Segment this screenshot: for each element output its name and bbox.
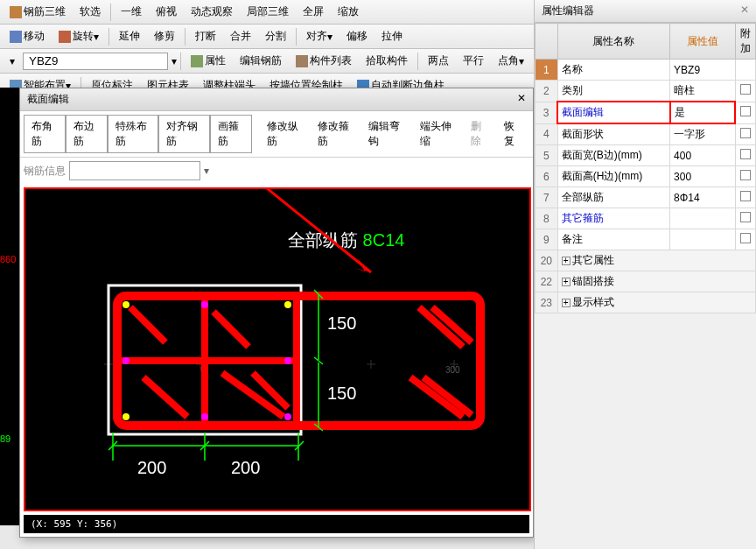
expand-icon[interactable]: +	[562, 299, 570, 307]
tb2-offset[interactable]: 偏移	[340, 26, 374, 46]
prop-value[interactable]: 400	[670, 145, 736, 166]
left-cad-strip: 860 89	[0, 88, 19, 525]
prop-extra-check[interactable]	[735, 123, 755, 145]
tb3-parallel[interactable]: 平行	[457, 51, 490, 71]
svg-line-15	[214, 312, 248, 347]
prop-value[interactable]: 是	[670, 102, 736, 123]
prop-rownum[interactable]: 4	[536, 123, 558, 145]
prop-value[interactable]: YBZ9	[670, 60, 736, 81]
prop-value[interactable]: 8Φ14	[670, 187, 736, 208]
tab-corner[interactable]: 布角筋	[24, 115, 66, 153]
prop-extra-check[interactable]	[735, 229, 755, 250]
tb2-split[interactable]: 分割	[259, 26, 292, 46]
tb3-editrebar[interactable]: 编辑钢筋	[234, 51, 288, 71]
tb2-rotate[interactable]: 旋转 ▾	[52, 26, 105, 46]
close-icon[interactable]: ✕	[517, 92, 526, 107]
prop-name[interactable]: 类别	[557, 81, 669, 102]
tb1-softsel[interactable]: 软选	[74, 2, 107, 22]
prop-rownum[interactable]: 3	[536, 102, 558, 123]
tab-delete[interactable]: 删除	[463, 115, 496, 153]
svg-point-23	[201, 301, 208, 308]
tb2-stretch[interactable]: 拉伸	[375, 26, 409, 46]
expand-icon[interactable]: +	[562, 278, 570, 286]
property-panel: 属性编辑器 ✕ 属性名称 属性值 附加 1 名称 YBZ9 2 类别 暗柱 3 …	[534, 0, 756, 549]
prop-extra-check[interactable]	[735, 102, 755, 123]
prop-rownum[interactable]: 9	[536, 229, 558, 250]
tb2-align[interactable]: 对齐 ▾	[300, 26, 339, 46]
prop-panel-title: 属性编辑器 ✕	[535, 0, 756, 23]
expand-icon[interactable]: +	[562, 257, 570, 265]
dialog-titlebar[interactable]: 截面编辑 ✕	[20, 88, 533, 111]
prop-extra-check[interactable]	[735, 208, 755, 229]
prop-group-num[interactable]: 20	[536, 250, 558, 271]
panel-close-icon[interactable]: ✕	[740, 4, 749, 18]
cad-canvas[interactable]: 0 300	[24, 187, 531, 511]
prop-rownum[interactable]: 5	[536, 145, 558, 166]
tb2-merge[interactable]: 合并	[224, 26, 257, 46]
prop-value[interactable]	[670, 208, 736, 229]
tab-mod-stirrup[interactable]: 修改箍筋	[310, 115, 360, 153]
prop-name[interactable]: 截面高(H边)(mm)	[557, 166, 669, 187]
tb1-rebar3d[interactable]: 钢筋三维	[4, 2, 72, 22]
tab-special[interactable]: 特殊布筋	[108, 115, 158, 153]
prop-group-num[interactable]: 23	[536, 292, 558, 313]
property-table: 属性名称 属性值 附加 1 名称 YBZ9 2 类别 暗柱 3 截面编辑 是 4…	[535, 23, 756, 313]
prop-rownum[interactable]: 6	[536, 166, 558, 187]
tb2-extend[interactable]: 延伸	[113, 26, 146, 46]
tab-restore[interactable]: 恢复	[496, 115, 529, 153]
prop-name[interactable]: 截面编辑	[557, 102, 669, 123]
prop-col-num	[536, 24, 558, 60]
tb1-fullscreen[interactable]: 全屏	[297, 2, 330, 22]
tb3-complist[interactable]: 构件列表	[290, 51, 358, 71]
tb3-twopoint[interactable]: 两点	[422, 51, 455, 71]
tab-end-stretch[interactable]: 端头伸缩	[412, 115, 463, 153]
prop-extra-check[interactable]	[735, 187, 755, 208]
prop-extra-check[interactable]	[735, 81, 755, 102]
prop-name[interactable]: 全部纵筋	[557, 187, 669, 208]
tb2-break[interactable]: 打断	[189, 26, 222, 46]
prop-name[interactable]: 备注	[557, 229, 669, 250]
prop-value[interactable]	[670, 229, 736, 250]
prop-rownum[interactable]: 8	[536, 208, 558, 229]
cad-status-bar: (X: 595 Y: 356)	[24, 515, 529, 533]
tab-edit-hook[interactable]: 编辑弯钩	[360, 115, 411, 153]
tb2-move[interactable]: 移动	[4, 26, 51, 46]
tb1-zoom[interactable]: 缩放	[332, 2, 365, 22]
tab-align[interactable]: 对齐钢筋	[158, 115, 209, 153]
tb3-arrow[interactable]: ▾	[4, 53, 21, 70]
prop-name[interactable]: 截面形状	[557, 123, 669, 145]
tb1-local3d[interactable]: 局部三维	[241, 2, 295, 22]
tb1-topview[interactable]: 俯视	[150, 2, 183, 22]
tab-edge[interactable]: 布边筋	[66, 115, 108, 153]
tb3-pointangle[interactable]: 点角 ▾	[492, 51, 530, 71]
prop-extra-check[interactable]	[735, 166, 755, 187]
component-dropdown[interactable]	[23, 53, 168, 70]
prop-rownum[interactable]: 2	[536, 81, 558, 102]
prop-group-num[interactable]: 22	[536, 271, 558, 292]
tb1-dynobs[interactable]: 动态观察	[185, 2, 239, 22]
prop-group-label[interactable]: +显示样式	[557, 292, 755, 313]
prop-name[interactable]: 名称	[557, 60, 669, 81]
prop-name[interactable]: 其它箍筋	[557, 208, 669, 229]
prop-value[interactable]: 暗柱	[670, 81, 736, 102]
prop-rownum[interactable]: 7	[536, 187, 558, 208]
prop-name[interactable]: 截面宽(B边)(mm)	[557, 145, 669, 166]
tab-mod-long[interactable]: 修改纵筋	[259, 115, 310, 153]
rebar-info-combo[interactable]	[69, 161, 200, 180]
svg-line-13	[130, 307, 165, 342]
tb3-attr[interactable]: 属性	[185, 51, 232, 71]
dim-150-2: 150	[327, 384, 356, 403]
dialog-tabs: 布角筋 布边筋 特殊布筋 对齐钢筋 画箍筋 修改纵筋 修改箍筋 编辑弯钩 端头伸…	[20, 111, 533, 158]
tb1-1d[interactable]: 一维	[115, 2, 148, 22]
prop-extra-check[interactable]	[735, 60, 755, 81]
prop-rownum[interactable]: 1	[536, 60, 558, 81]
tb2-trim[interactable]: 修剪	[148, 26, 181, 46]
prop-group-label[interactable]: +锚固搭接	[557, 271, 755, 292]
prop-value[interactable]: 一字形	[670, 123, 736, 145]
prop-extra-check[interactable]	[735, 145, 755, 166]
prop-group-label[interactable]: +其它属性	[557, 250, 755, 271]
prop-col-extra: 附加	[735, 24, 755, 60]
tab-stirrup[interactable]: 画箍筋	[210, 115, 252, 153]
prop-value[interactable]: 300	[670, 166, 736, 187]
tb3-pick[interactable]: 拾取构件	[360, 51, 414, 71]
